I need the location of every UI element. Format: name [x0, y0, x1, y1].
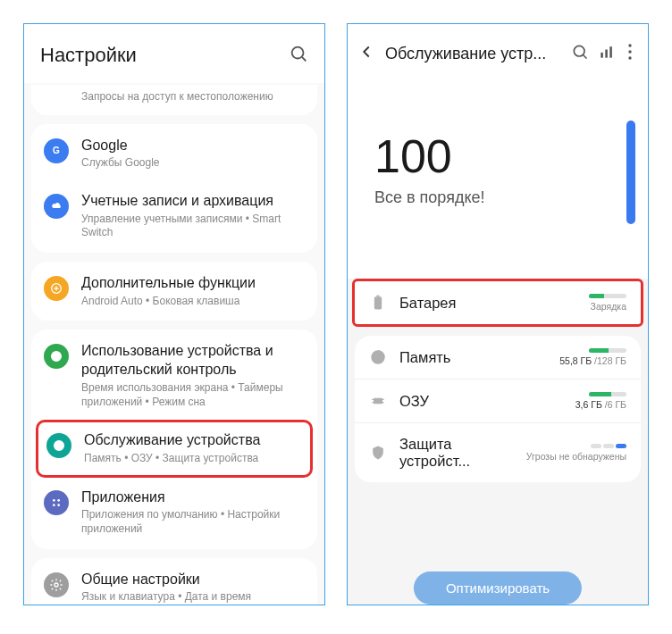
care-label: Батарея	[399, 295, 576, 312]
settings-item-title: Приложения	[81, 488, 305, 507]
page-title: Настройки	[40, 44, 137, 67]
svg-rect-27	[374, 398, 382, 405]
usage-bar	[589, 392, 626, 396]
settings-item-sub: Управление учетными записями • Smart Swi…	[81, 213, 305, 240]
svg-rect-25	[376, 296, 379, 297]
settings-item-b-0[interactable]: Дополнительные функции Android Auto • Бо…	[31, 263, 317, 319]
svg-line-17	[584, 55, 587, 59]
settings-item-c-1[interactable]: Обслуживание устройства Память • ОЗУ • З…	[36, 420, 313, 477]
dial-icon	[44, 344, 69, 369]
plus-icon	[44, 276, 69, 301]
care-label: Память	[399, 349, 547, 366]
care-label: ОЗУ	[399, 393, 563, 410]
care-sub: Угрозы не обнаружены	[526, 451, 626, 462]
svg-point-11	[57, 499, 60, 502]
settings-item-c-2[interactable]: Приложения Приложения по умолчанию • Нас…	[31, 478, 317, 547]
settings-item-title: Учетные записи и архивация	[81, 192, 305, 211]
care-icon	[46, 433, 71, 458]
more-icon[interactable]	[625, 43, 635, 64]
settings-item-c-0[interactable]: Использование устройства и родительский …	[31, 331, 317, 420]
settings-item-a-1[interactable]: Учетные записи и архивация Управление уч…	[31, 181, 317, 251]
svg-line-1	[302, 57, 306, 61]
score-label: Все в порядке!	[374, 188, 621, 207]
settings-item-title: Google	[81, 137, 305, 155]
svg-text:G: G	[53, 146, 60, 155]
settings-item-sub: Время использования экрана • Таймеры при…	[81, 381, 305, 409]
settings-item-sub: Приложения по умолчанию • Настройки прил…	[81, 508, 305, 536]
disk-icon	[369, 348, 387, 366]
svg-point-23	[628, 56, 631, 59]
care-value: 3,6 ГБ /6 ГБ	[575, 399, 626, 410]
svg-point-10	[53, 499, 55, 502]
care-label: Защита устройст...	[399, 436, 514, 470]
settings-item-sub: Язык и клавиатура • Дата и время	[81, 590, 305, 605]
chart-icon[interactable]	[598, 43, 616, 64]
settings-item-title: Общие настройки	[81, 571, 305, 589]
settings-item-sub: Службы Google	[81, 156, 305, 171]
svg-point-7	[55, 355, 58, 358]
gear-icon	[44, 572, 69, 597]
svg-rect-18	[601, 53, 603, 58]
care-sub: Зарядка	[591, 301, 626, 312]
care-row-0[interactable]: Батарея Зарядка	[355, 281, 641, 324]
svg-point-0	[292, 47, 304, 59]
svg-rect-19	[605, 50, 608, 58]
score-value: 100	[374, 129, 621, 183]
grid-icon	[44, 490, 69, 515]
settings-item-d-0[interactable]: Общие настройки Язык и клавиатура • Дата…	[31, 560, 317, 605]
score-area: 100 Все в порядке!	[348, 79, 648, 279]
cloud-icon	[44, 194, 69, 219]
settings-item-title: Дополнительные функции	[81, 274, 305, 293]
settings-item-sub: Запросы на доступ к местоположению	[81, 85, 305, 104]
svg-point-14	[55, 583, 58, 587]
care-row-3[interactable]: Защита устройст... Угрозы не обнаружены	[355, 423, 641, 482]
svg-point-13	[57, 504, 60, 506]
search-icon[interactable]	[571, 43, 589, 64]
score-bar	[626, 121, 635, 224]
chip-icon	[369, 392, 387, 410]
security-segments	[591, 444, 626, 448]
svg-point-16	[574, 46, 584, 56]
usage-bar	[589, 294, 626, 298]
svg-point-22	[628, 50, 631, 53]
svg-rect-24	[374, 296, 382, 309]
page-title: Обслуживание устр...	[385, 45, 562, 63]
care-value: 55,8 ГБ /128 ГБ	[559, 355, 626, 366]
settings-item-sub: Память • ОЗУ • Защита устройства	[84, 452, 302, 466]
svg-rect-20	[609, 46, 612, 57]
usage-bar	[589, 348, 626, 353]
google-icon: G	[44, 138, 69, 163]
care-row-1[interactable]: Память 55,8 ГБ /128 ГБ	[355, 336, 641, 380]
care-row-2[interactable]: ОЗУ 3,6 ГБ /6 ГБ	[355, 380, 641, 423]
settings-item-a-0[interactable]: G Google Службы Google	[31, 126, 317, 181]
settings-item-title: Обслуживание устройства	[84, 431, 302, 450]
settings-item-title: Использование устройства и родительский …	[81, 342, 305, 380]
svg-point-21	[628, 44, 631, 46]
search-icon[interactable]	[289, 44, 308, 67]
svg-point-12	[53, 504, 55, 506]
back-icon[interactable]	[357, 42, 376, 65]
optimize-button[interactable]: Оптимизировать	[414, 571, 582, 605]
settings-item-sub: Android Auto • Боковая клавиша	[81, 295, 305, 309]
battery-icon	[369, 294, 387, 312]
svg-point-9	[56, 443, 61, 447]
shield-icon	[369, 444, 387, 462]
